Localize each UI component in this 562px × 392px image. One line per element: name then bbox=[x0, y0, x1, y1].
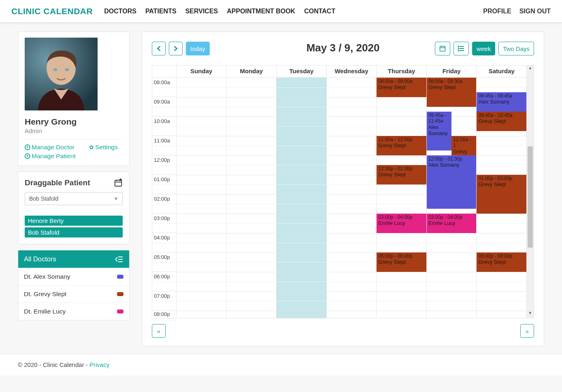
day-column[interactable]: Thursday08:00a - 09:00aGrevy Slept11:00a… bbox=[377, 66, 427, 318]
calendar-event[interactable]: 11:00a - 1Grevy Slept bbox=[451, 136, 476, 155]
nav-item[interactable]: DOCTORS bbox=[104, 8, 136, 15]
day-column[interactable]: Wednesday bbox=[327, 66, 377, 318]
calendar-event[interactable]: 08:00a - 09:30aGrevy Slept bbox=[427, 78, 477, 107]
week-view-button[interactable]: week bbox=[472, 42, 495, 55]
nav-item[interactable]: PROFILE bbox=[483, 8, 511, 15]
nav-links: DOCTORSPATIENTSSERVICESAPPOINTMENT BOOKC… bbox=[104, 8, 335, 15]
patient-select[interactable]: Bob Stafold ▼ bbox=[25, 192, 123, 205]
footer-next-button[interactable]: » bbox=[520, 324, 534, 338]
event-title: Emilie Lucy bbox=[378, 220, 425, 227]
calendar-event[interactable]: 05:00p - 06:00pGrevy Slept bbox=[377, 252, 426, 272]
day-column[interactable]: Sunday bbox=[177, 66, 227, 318]
privacy-link[interactable]: Privacy bbox=[89, 361, 109, 368]
nav-item[interactable]: SIGN OUT bbox=[519, 8, 551, 15]
day-header: Tuesday bbox=[277, 66, 326, 78]
calendar-add-icon[interactable] bbox=[114, 178, 123, 187]
calendar-grid: 08:00a09:00a10:00a11:00a12:00p01:00p02:0… bbox=[152, 65, 534, 318]
calendar-event[interactable]: 08:45a - 09:45aAlex Somany bbox=[477, 92, 526, 112]
draggable-title: Draggable Patient bbox=[25, 178, 90, 187]
nav-item[interactable]: CONTACT bbox=[304, 8, 335, 15]
doctor-filter-row[interactable]: Dt. Grevy Slept bbox=[18, 285, 129, 303]
hour-label: 02:00p bbox=[152, 194, 176, 214]
plus-circle-icon: + bbox=[25, 144, 30, 150]
all-doctors-header[interactable]: All Doctors bbox=[18, 250, 129, 268]
nav-item[interactable]: SERVICES bbox=[185, 8, 218, 15]
event-title: Grevy Slept bbox=[378, 142, 425, 149]
settings-link[interactable]: ✿Settings bbox=[89, 144, 118, 151]
prev-button[interactable] bbox=[152, 42, 166, 55]
event-time: 05:00p - 06:00p bbox=[478, 253, 525, 259]
day-header: Saturday bbox=[477, 66, 526, 78]
list-icon bbox=[458, 46, 464, 51]
calendar-event[interactable]: 09:45a - 11:45aAlex Somany bbox=[427, 112, 451, 150]
svg-point-7 bbox=[458, 48, 459, 49]
month-view-button[interactable] bbox=[435, 42, 450, 55]
hour-label: 06:00p bbox=[152, 272, 176, 291]
event-time: 08:45a - 09:45a bbox=[478, 93, 525, 99]
next-button[interactable] bbox=[169, 42, 183, 55]
event-title: Grevy Slept bbox=[378, 172, 425, 178]
hour-label: 11:00a bbox=[152, 136, 176, 155]
svg-point-3 bbox=[65, 68, 69, 71]
day-column[interactable]: Friday08:00a - 09:30aGrevy Slept09:45a -… bbox=[427, 66, 477, 318]
date-range-title: May 3 / 9, 2020 bbox=[307, 42, 380, 54]
doctor-color-dot bbox=[117, 309, 123, 314]
patient-select-value: Bob Stafold bbox=[29, 195, 58, 202]
event-time: 12:00p - 01:30p bbox=[428, 156, 475, 162]
day-column[interactable]: Saturday08:45a - 09:45aAlex Somany09:45a… bbox=[477, 66, 526, 318]
calendar-event[interactable]: 12:30p - 01:30pGrevy Slept bbox=[377, 165, 426, 184]
doctor-filter-row[interactable]: Dt. Emilie Lucy bbox=[18, 303, 129, 320]
event-time: 09:45a - 11:45a bbox=[428, 112, 450, 124]
day-column[interactable]: Tuesday bbox=[277, 66, 327, 318]
day-header: Friday bbox=[427, 66, 477, 78]
twodays-view-button[interactable]: Two Days bbox=[498, 42, 534, 55]
calendar-event[interactable]: 03:00p - 04:00pEmilie Lucy bbox=[427, 214, 477, 233]
doctor-name: Dt. Emilie Lucy bbox=[24, 308, 66, 315]
hour-label: 05:00p bbox=[152, 252, 176, 272]
time-axis: 08:00a09:00a10:00a11:00a12:00p01:00p02:0… bbox=[152, 66, 177, 318]
draggable-patient-card: Draggable Patient Bob Stafold ▼ Henore B… bbox=[18, 172, 130, 244]
event-title: Grevy Slept bbox=[478, 259, 525, 265]
draggable-patient-chip[interactable]: Bob Stafold bbox=[25, 227, 123, 237]
event-time: 01:00p - 03:00p bbox=[478, 176, 525, 181]
event-time: 03:00p - 04:00p bbox=[378, 214, 425, 220]
manage-patient-link[interactable]: +Manage Patient bbox=[25, 153, 76, 160]
nav-item[interactable]: PATIENTS bbox=[145, 8, 177, 15]
doctor-filter-row[interactable]: Dt. Alex Somany bbox=[18, 268, 129, 285]
today-button[interactable]: today bbox=[186, 42, 210, 55]
calendar-scrollbar[interactable]: ▲ ▼ bbox=[526, 66, 534, 318]
hour-label: 03:00p bbox=[152, 214, 176, 233]
calendar-event[interactable]: 08:00a - 09:00aGrevy Slept bbox=[377, 78, 426, 97]
event-title: Grevy Slept bbox=[453, 148, 475, 155]
calendar-event[interactable]: 09:45a - 10:45aGrevy Slept bbox=[477, 112, 526, 131]
hour-label: 01:00p bbox=[152, 175, 176, 194]
doctor-name: Dt. Alex Somany bbox=[24, 273, 70, 280]
nav-item[interactable]: APPOINTMENT BOOK bbox=[227, 8, 295, 15]
manage-doctor-link[interactable]: +Manage Doctor bbox=[25, 144, 75, 151]
footer-prev-button[interactable]: « bbox=[152, 324, 166, 338]
calendar-event[interactable]: 01:00p - 03:00pGrevy Slept bbox=[477, 175, 526, 214]
hour-label: 09:00a bbox=[152, 97, 176, 117]
list-view-button[interactable] bbox=[453, 42, 469, 55]
page-footer: © 2020 - Clinic Calendar - Privacy bbox=[0, 354, 562, 375]
scroll-up-icon[interactable]: ▲ bbox=[527, 66, 534, 73]
event-title: Alex Somany bbox=[478, 99, 525, 105]
calendar-card: today week Two Days May 3 / 9, 2020 08:0… bbox=[142, 32, 544, 346]
calendar-event[interactable]: 05:00p - 06:00pGrevy Slept bbox=[477, 252, 526, 272]
calendar-event[interactable]: 12:00p - 01:30pAlex Somany bbox=[427, 155, 477, 209]
chevron-down-icon: ▼ bbox=[114, 196, 118, 201]
brand-logo[interactable]: CLINIC CALENDAR bbox=[11, 6, 93, 16]
profile-name: Henry Grong bbox=[25, 117, 123, 127]
scroll-thumb[interactable] bbox=[528, 146, 533, 248]
day-header: Monday bbox=[227, 66, 277, 78]
event-time: 11:00a - 1 bbox=[453, 137, 475, 148]
scroll-down-icon[interactable]: ▼ bbox=[527, 311, 534, 318]
hour-label: 07:00p bbox=[152, 291, 176, 311]
event-title: Grevy Slept bbox=[428, 84, 475, 91]
svg-rect-5 bbox=[440, 47, 445, 51]
event-title: Grevy Slept bbox=[378, 84, 425, 91]
calendar-event[interactable]: 03:00p - 04:00pEmilie Lucy bbox=[377, 214, 426, 233]
calendar-event[interactable]: 11:00a - 12:00pGrevy Slept bbox=[377, 136, 426, 155]
draggable-patient-chip[interactable]: Henore Berty bbox=[25, 216, 123, 226]
day-column[interactable]: Monday bbox=[227, 66, 277, 318]
